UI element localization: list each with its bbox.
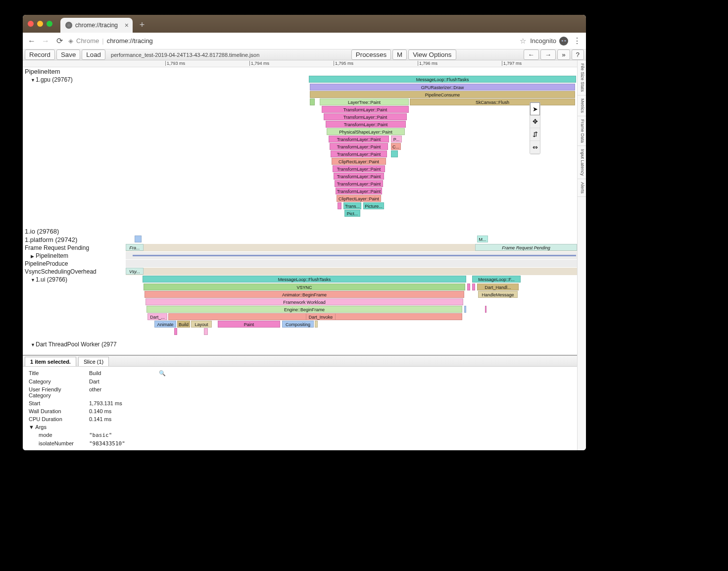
slice[interactable]: Fra... xyxy=(126,244,144,251)
track-label-io[interactable]: 1.io (29768) xyxy=(23,227,126,236)
slice[interactable]: Layout xyxy=(191,321,212,328)
view-options-button[interactable]: View Options xyxy=(408,49,456,60)
slice[interactable]: P... xyxy=(391,136,402,143)
slice[interactable]: ClipRectLayer::Paint xyxy=(332,158,386,165)
slice[interactable]: C... xyxy=(391,143,401,150)
slice[interactable]: PhysicalShapeLayer::Paint xyxy=(327,128,405,135)
slice[interactable] xyxy=(472,284,475,290)
menu-icon[interactable]: ⋮ xyxy=(572,36,582,46)
slice[interactable]: TransformLayer::Paint xyxy=(322,106,409,113)
field-value: Dart xyxy=(89,378,129,385)
url-field[interactable]: ◈ Chrome | chrome://tracing xyxy=(68,37,516,45)
processes-button[interactable]: Processes xyxy=(351,49,391,60)
side-tab-file-size[interactable]: File Size Stats xyxy=(578,60,586,95)
slice[interactable]: Framework Workload xyxy=(146,298,463,305)
slice[interactable] xyxy=(467,284,470,290)
browser-tab[interactable]: chrome://tracing × xyxy=(60,18,133,33)
slice[interactable]: Frame Request Pending xyxy=(475,244,577,251)
help-button[interactable]: ? xyxy=(572,49,584,60)
track-label-pipeline-item[interactable]: ▶PipelineItem xyxy=(23,252,126,260)
slice[interactable]: Animate xyxy=(154,321,176,328)
slice[interactable]: ClipRectLayer::Paint xyxy=(337,195,381,202)
side-tab-input-latency[interactable]: Input Latency xyxy=(578,146,586,179)
slice[interactable]: GPURasterizer::Draw xyxy=(310,84,575,91)
slice[interactable]: TransformLayer::Paint xyxy=(330,143,388,150)
slice[interactable] xyxy=(310,98,315,105)
field-value: 0.141 ms xyxy=(89,416,129,423)
slice[interactable]: MessageLoop::FlushTasks xyxy=(309,76,576,83)
slice[interactable] xyxy=(135,236,142,242)
nav-more-button[interactable]: » xyxy=(557,49,570,60)
close-window-button[interactable] xyxy=(28,21,34,27)
record-button[interactable]: Record xyxy=(25,49,55,60)
slice[interactable]: VSYNC xyxy=(144,284,465,290)
forward-button[interactable]: → xyxy=(41,37,50,46)
slice[interactable]: Trans... xyxy=(343,202,361,209)
slice[interactable]: M... xyxy=(477,236,488,242)
nav-right-button[interactable]: → xyxy=(540,49,556,60)
timing-tool-icon[interactable]: ⇔ xyxy=(530,141,540,154)
slice[interactable]: TransformLayer::Paint xyxy=(335,180,383,187)
back-button[interactable]: ← xyxy=(27,37,37,46)
maximize-window-button[interactable] xyxy=(47,21,52,27)
slice[interactable]: TransformLayer::Paint xyxy=(326,121,406,128)
slice[interactable]: Dart_Invoke xyxy=(306,313,336,320)
slice[interactable]: TransformLayer::Paint xyxy=(334,173,384,180)
selection-status-tab[interactable]: 1 item selected. xyxy=(25,357,76,366)
track-label-dart-pool[interactable]: ▼Dart ThreadPool Worker (2977 xyxy=(23,340,126,348)
save-button[interactable]: Save xyxy=(56,49,80,60)
side-tab-frame-data[interactable]: Frame Data xyxy=(578,116,586,146)
slice[interactable] xyxy=(174,328,177,335)
slice[interactable] xyxy=(315,321,318,328)
tab-close-icon[interactable]: × xyxy=(125,21,129,29)
slice[interactable]: Dart_... xyxy=(147,313,167,320)
nav-left-button[interactable]: ← xyxy=(524,49,539,60)
slice[interactable]: HandleMessage xyxy=(478,291,518,298)
slice[interactable]: TransformLayer::Paint xyxy=(333,165,385,172)
timeline-content[interactable]: 1,793 ms 1,794 ms 1,795 ms 1,796 ms 1,79… xyxy=(23,60,577,450)
slice[interactable]: Animator::BeginFrame xyxy=(145,291,464,298)
slice[interactable]: TransformLayer::Paint xyxy=(324,113,407,120)
track-label-ui[interactable]: ▼1.ui (29766) xyxy=(23,276,126,284)
pan-tool-icon[interactable]: ✥ xyxy=(530,115,540,128)
slice[interactable]: TransformLayer::Paint xyxy=(329,136,389,143)
slice[interactable]: MessageLoop::FlushTasks xyxy=(143,276,466,283)
new-tab-button[interactable]: + xyxy=(136,18,148,31)
slice[interactable]: Compositing xyxy=(282,321,314,328)
zoom-tool-icon[interactable]: ⇵ xyxy=(530,128,540,141)
minimize-window-button[interactable] xyxy=(37,21,43,27)
pointer-tool-icon[interactable]: ➤ xyxy=(530,102,540,115)
search-icon[interactable]: 🔍 xyxy=(159,370,166,376)
args-toggle[interactable]: ▼ Args xyxy=(29,424,88,430)
side-tab-metrics[interactable]: Metrics xyxy=(578,95,586,116)
slice[interactable]: Paint xyxy=(218,321,280,328)
slice[interactable]: Vsy... xyxy=(126,268,144,275)
slice[interactable]: PipelineConsume xyxy=(310,91,575,98)
slice[interactable]: TransformLayer::Paint xyxy=(331,150,387,157)
slice[interactable] xyxy=(133,255,576,256)
site-info-icon[interactable]: ◈ xyxy=(68,37,73,45)
slice-tab[interactable]: Slice (1) xyxy=(78,357,109,366)
star-icon[interactable]: ☆ xyxy=(520,37,526,46)
track-label-gpu[interactable]: ▼1.gpu (29767) xyxy=(23,76,126,84)
m-button[interactable]: M xyxy=(392,49,407,60)
slice[interactable]: Pict... xyxy=(344,210,360,217)
slice[interactable]: Dart_Handl... xyxy=(477,284,519,290)
slice[interactable]: Build xyxy=(177,321,190,328)
loaded-filename: performance_test-2019-04-24T13-43-42.817… xyxy=(111,52,350,58)
slice[interactable]: Picture... xyxy=(363,202,384,209)
slice[interactable]: Engine::BeginFrame xyxy=(146,306,462,313)
slice[interactable]: TransformLayer::Paint xyxy=(336,188,382,194)
slice[interactable]: MessageLoop::F... xyxy=(472,276,521,283)
slice[interactable] xyxy=(391,150,398,157)
slice[interactable] xyxy=(485,306,486,313)
slice[interactable] xyxy=(338,202,341,209)
slice[interactable] xyxy=(464,306,466,313)
slice[interactable]: SkCanvas::Flush xyxy=(410,98,575,105)
slice[interactable]: LayerTree::Paint xyxy=(320,98,409,105)
slice[interactable] xyxy=(204,328,208,335)
track-label-platform[interactable]: 1.platform (29742) xyxy=(23,236,126,244)
load-button[interactable]: Load xyxy=(82,49,105,60)
reload-button[interactable]: ⟳ xyxy=(54,36,64,46)
side-tab-alerts[interactable]: Alerts xyxy=(578,179,586,197)
